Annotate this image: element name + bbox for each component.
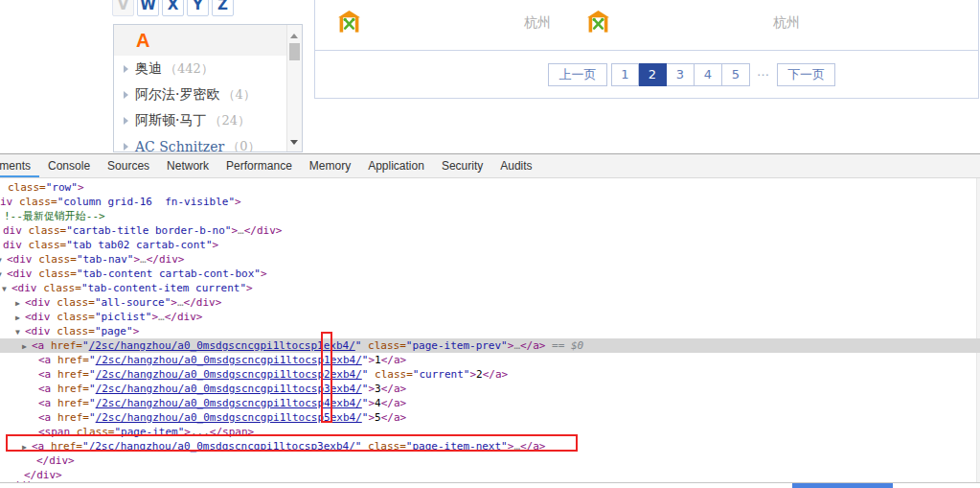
dropdown-scrollbar[interactable] (286, 25, 302, 151)
screenshot-root: VWXYZ A 奥迪（442）阿尔法·罗密欧（4）阿斯顿·马丁（24）AC Sc… (0, 0, 980, 488)
dom-tree-line[interactable]: ▶<a href="/2sc/hangzhou/a0_0msdgscncgpi1… (22, 338, 583, 353)
prev-page-button[interactable]: 上一页 (548, 63, 607, 86)
twisty-icon[interactable]: ▶ (15, 311, 25, 325)
letter-group-header: A (136, 30, 149, 51)
devtools-bottom-bar (0, 482, 980, 488)
brand-list-item[interactable]: 阿斯顿·马丁（24） (114, 107, 302, 133)
tab-performance[interactable]: Performance (217, 154, 301, 177)
resource-link[interactable]: /2sc/hangzhou/a0_0msdgscncgpi1ltocsp4exb… (96, 397, 362, 409)
expand-triangle-icon[interactable] (124, 117, 128, 125)
twisty-icon[interactable]: ▼ (15, 325, 25, 339)
page-number-button[interactable]: 5 (722, 63, 750, 86)
dom-tree-line[interactable]: ▼<div class="tab-content-item current"> (2, 281, 253, 295)
twisty-icon[interactable]: ▶ (22, 339, 32, 354)
dom-tree-line[interactable]: <span class="page-item">...</span> (38, 425, 254, 439)
brand-name: 阿斯顿·马丁 (135, 112, 206, 129)
tab-network[interactable]: Network (158, 154, 217, 177)
dom-tree-line[interactable]: <a href="/2sc/hangzhou/a0_0msdgscncgpi1l… (38, 382, 406, 396)
dom-tree-line[interactable]: </div> (36, 453, 75, 468)
pagination-row: 上一页 12345 … 下一页 (314, 51, 979, 99)
dom-tree-line[interactable]: ▼<div class="tab-content cartab-cont-box… (0, 267, 267, 281)
dom-tree-line[interactable]: ▶<div class="all-source">…</div> (15, 295, 221, 310)
dom-tree-line[interactable]: class="row"> (8, 180, 84, 195)
dom-tree-line[interactable]: <a href="/2sc/hangzhou/a0_0msdgscncgpi1l… (38, 396, 406, 410)
brand-count: （4） (222, 86, 255, 104)
brand-list: 奥迪（442）阿尔法·罗密欧（4）阿斯顿·马丁（24）AC Schnitzer（… (114, 56, 302, 152)
letter-button-v: V (112, 0, 134, 16)
webpage-area: VWXYZ A 奥迪（442）阿尔法·罗密欧（4）阿斯顿·马丁（24）AC Sc… (0, 0, 980, 153)
resource-link[interactable]: /2sc/hangzhou/a0_0msdgscncgpi1ltocsp1exb… (89, 339, 355, 352)
repair-shop-icon (338, 11, 360, 33)
devtools-panel: ElementsConsoleSourcesNetworkPerformance… (0, 153, 980, 488)
expand-triangle-icon[interactable] (124, 65, 128, 73)
brand-dropdown-panel: A 奥迪（442）阿尔法·罗密欧（4）阿斯顿·马丁（24）AC Schnitze… (113, 24, 303, 152)
dom-tree-line[interactable]: iv class="column grid-16 fn-visible"> (0, 195, 241, 209)
tab-sources[interactable]: Sources (99, 154, 158, 177)
twisty-icon[interactable]: ▶ (22, 440, 32, 454)
tab-memory[interactable]: Memory (301, 154, 359, 177)
dom-tree-line[interactable]: div class="cartab-title border-b-no">…</… (3, 223, 282, 238)
city-label: 杭州 (524, 14, 551, 32)
brand-name: 奥迪 (135, 60, 162, 78)
dom-tree-line[interactable]: ▶<a href="/2sc/hangzhou/a0_0msdgscncgpi1… (22, 439, 546, 453)
page-number-button[interactable]: 1 (611, 63, 639, 86)
city-label: 杭州 (773, 14, 800, 32)
resource-link[interactable]: /2sc/hangzhou/a0_0msdgscncgpi1ltocsp3exb… (96, 383, 362, 395)
listing-entry: 杭州 (338, 11, 587, 39)
dom-tree-line[interactable]: <a href="/2sc/hangzhou/a0_0msdgscncgpi1l… (38, 410, 406, 425)
dom-tree-line[interactable]: div class="tab tab02 cartab-cont"> (3, 238, 218, 252)
dom-tree-line[interactable]: !--最新促销开始--> (4, 209, 105, 223)
dom-tree-line[interactable]: <a href="/2sc/hangzhou/a0_0msdgscncgpi1l… (38, 353, 406, 367)
brand-list-item[interactable]: AC Schnitzer（0） (114, 133, 302, 152)
dom-tree-line[interactable]: <a href="/2sc/hangzhou/a0_0msdgscncgpi1l… (38, 367, 508, 382)
brand-name: AC Schnitzer (135, 139, 224, 153)
expand-triangle-icon[interactable] (124, 91, 128, 99)
devtools-tab-bar: ElementsConsoleSourcesNetworkPerformance… (0, 154, 980, 178)
page-number-button[interactable]: 3 (667, 63, 695, 86)
brand-name: 阿尔法·罗密欧 (135, 86, 219, 104)
dom-tree-line[interactable]: ▼<div class="page"> (15, 324, 139, 338)
brand-list-item[interactable]: 奥迪（442） (114, 56, 302, 81)
listing-header-row: 杭州 杭州 (314, 0, 979, 51)
brand-count: （442） (165, 60, 214, 78)
tab-security[interactable]: Security (433, 154, 491, 177)
letter-button-x[interactable]: X (162, 0, 184, 16)
twisty-icon[interactable]: ▼ (0, 253, 7, 267)
tab-application[interactable]: Application (359, 154, 433, 177)
scroll-up-arrow-icon[interactable] (290, 34, 298, 38)
listing-entry: 杭州 (587, 11, 836, 39)
letter-button-y[interactable]: Y (187, 0, 209, 16)
scroll-down-arrow-icon[interactable] (290, 140, 298, 145)
twisty-icon[interactable]: ▼ (0, 267, 7, 282)
scroll-thumb[interactable] (289, 43, 300, 60)
pagination: 上一页 12345 … 下一页 (548, 63, 835, 86)
pagination-ellipsis: … (757, 63, 769, 86)
repair-shop-icon (587, 11, 609, 33)
tab-console[interactable]: Console (39, 154, 99, 177)
expand-triangle-icon[interactable] (124, 143, 128, 151)
letter-button-z[interactable]: Z (212, 0, 234, 16)
page-number-group: 12345 (611, 63, 750, 86)
resource-link[interactable]: /2sc/hangzhou/a0_0msdgscncgpi1ltocsp1exb… (96, 354, 362, 366)
brand-count: （0） (227, 138, 260, 153)
dom-tree-line[interactable]: ▶<div class="piclist">…</div> (15, 310, 202, 324)
twisty-icon[interactable]: ▶ (15, 296, 25, 311)
next-page-button[interactable]: 下一页 (777, 63, 835, 86)
letter-button-w[interactable]: W (137, 0, 159, 16)
brand-count: （24） (209, 112, 250, 129)
resource-link[interactable]: /2sc/hangzhou/a0_0msdgscncgpi1ltocsp3exb… (89, 440, 355, 453)
elements-tree: ▼<div class="…">class="row">iv class="co… (0, 178, 980, 482)
brand-list-item[interactable]: 阿尔法·罗密欧（4） (114, 81, 302, 107)
resource-link[interactable]: /2sc/hangzhou/a0_0msdgscncgpi1ltocsp5exb… (96, 411, 362, 424)
dom-tree-line[interactable]: ▼<div class="tab-nav">…</div> (0, 252, 184, 267)
tab-elements[interactable]: Elements (0, 154, 39, 177)
devtools-vertical-scroll-track[interactable] (976, 178, 980, 482)
tab-audits[interactable]: Audits (491, 154, 540, 177)
horizontal-scrollbar-thumb[interactable] (792, 483, 893, 488)
letter-group-header-row: A (114, 25, 302, 56)
page-number-button-current[interactable]: 2 (639, 63, 667, 86)
letter-filter-row: VWXYZ (112, 0, 234, 16)
page-number-button[interactable]: 4 (695, 63, 722, 86)
twisty-icon[interactable]: ▼ (2, 282, 11, 296)
resource-link[interactable]: /2sc/hangzhou/a0_0msdgscncgpi1ltocsp2exb… (96, 368, 362, 381)
